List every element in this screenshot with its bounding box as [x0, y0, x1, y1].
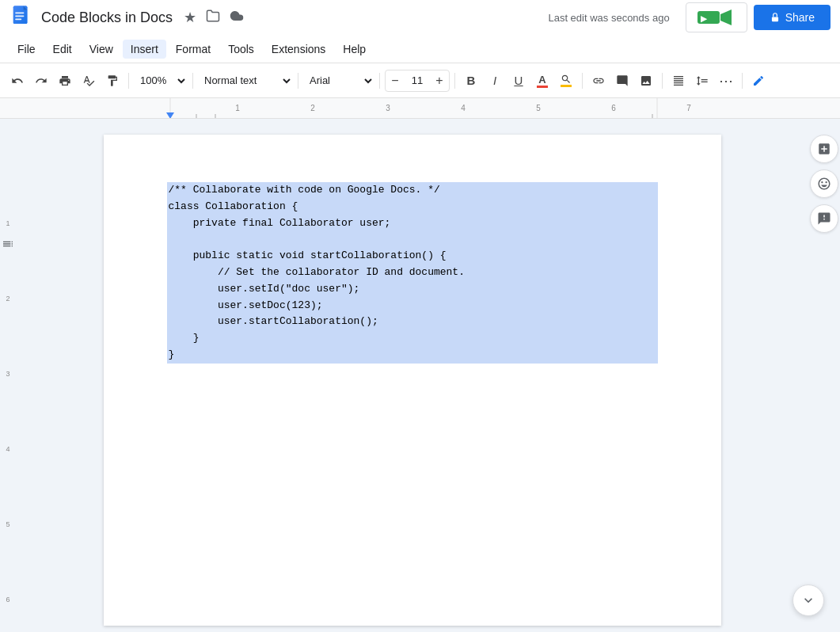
divider-1: [128, 73, 129, 89]
comment-button[interactable]: [611, 70, 633, 92]
spellcheck-button[interactable]: [78, 70, 100, 92]
align-button[interactable]: [667, 70, 690, 92]
menu-view[interactable]: View: [82, 40, 121, 59]
divider-2: [192, 73, 193, 89]
svg-text:1: 1: [6, 219, 10, 227]
menu-help[interactable]: Help: [335, 40, 374, 59]
feedback-action-button[interactable]: [810, 204, 838, 233]
menu-tools[interactable]: Tools: [220, 40, 262, 59]
title-bar: Code Blocks in Docs ★ Last edit was seco…: [0, 0, 840, 35]
code-block: /** Collaborate with code on Google Docs…: [167, 182, 658, 364]
divider-5: [454, 73, 455, 89]
bold-button[interactable]: B: [460, 70, 482, 92]
document-title[interactable]: Code Blocks in Docs: [41, 10, 173, 26]
zoom-select[interactable]: 100% 75% 125% 150%: [134, 70, 188, 92]
svg-text:2: 2: [6, 295, 10, 303]
emoji-action-button[interactable]: [810, 169, 838, 198]
scroll-to-bottom-button[interactable]: [792, 584, 824, 616]
menu-insert[interactable]: Insert: [123, 40, 166, 59]
svg-text:3: 3: [6, 370, 10, 378]
text-color-button[interactable]: A: [531, 70, 553, 92]
svg-rect-10: [772, 17, 778, 21]
font-size-increase[interactable]: +: [430, 70, 449, 91]
font-select[interactable]: Arial Times New Roman Courier New: [303, 70, 374, 92]
underline-button[interactable]: U: [507, 70, 530, 92]
italic-button[interactable]: I: [484, 70, 506, 92]
menu-edit[interactable]: Edit: [45, 40, 80, 59]
vertical-ruler: 1 2 3 4 5 6: [0, 119, 16, 632]
svg-text:1: 1: [235, 104, 240, 112]
folder-icon[interactable]: [206, 9, 220, 27]
outline-icon[interactable]: [2, 238, 14, 250]
svg-text:3: 3: [386, 104, 390, 112]
link-button[interactable]: [587, 70, 610, 92]
menu-file[interactable]: File: [10, 40, 44, 59]
main-area: 1 2 3 4 5 6 /** Collaborate with code on…: [0, 119, 840, 632]
star-icon[interactable]: ★: [184, 9, 196, 26]
paragraph-style-select[interactable]: Normal text Heading 1 Heading 2 Title: [198, 70, 293, 92]
more-options-button[interactable]: ⋯: [715, 70, 737, 92]
font-size-decrease[interactable]: −: [386, 70, 405, 91]
highlight-button[interactable]: [555, 70, 577, 92]
svg-text:4: 4: [461, 104, 466, 112]
share-label: Share: [785, 11, 815, 24]
svg-text:▶: ▶: [701, 14, 708, 23]
menu-bar: File Edit View Insert Format Tools Exten…: [0, 35, 840, 63]
svg-text:2: 2: [310, 104, 315, 112]
menu-extensions[interactable]: Extensions: [264, 40, 333, 59]
divider-3: [298, 73, 298, 89]
document-scroll-area[interactable]: /** Collaborate with code on Google Docs…: [16, 119, 808, 632]
right-sidebar: [808, 119, 840, 632]
svg-rect-4: [15, 19, 21, 21]
svg-marker-7: [720, 10, 732, 25]
ruler: 1 2 3 4 5 6 7: [0, 98, 840, 119]
divider-6: [582, 73, 583, 89]
font-size-area: − +: [385, 70, 450, 92]
divider-8: [742, 73, 743, 89]
share-button[interactable]: Share: [754, 5, 830, 30]
cloud-icon[interactable]: [230, 9, 244, 27]
line-spacing-button[interactable]: [691, 70, 713, 92]
svg-rect-2: [15, 13, 24, 14]
svg-text:4: 4: [6, 445, 10, 453]
divider-4: [379, 73, 380, 89]
divider-7: [662, 73, 663, 89]
document-page: /** Collaborate with code on Google Docs…: [104, 135, 721, 626]
paint-format-button[interactable]: [101, 70, 124, 92]
add-action-button[interactable]: [810, 135, 838, 163]
print-button[interactable]: [54, 70, 76, 92]
editing-mode-button[interactable]: [747, 70, 770, 92]
svg-text:5: 5: [6, 520, 10, 528]
svg-text:7: 7: [686, 104, 691, 112]
google-docs-icon: [10, 5, 35, 30]
meet-icon: ▶: [693, 6, 740, 29]
image-button[interactable]: [635, 70, 657, 92]
toolbar: 100% 75% 125% 150% Normal text Heading 1…: [0, 63, 840, 98]
lock-icon: [770, 12, 781, 23]
svg-text:5: 5: [536, 104, 541, 112]
redo-button[interactable]: [30, 70, 52, 92]
font-size-input[interactable]: [405, 74, 430, 86]
svg-text:6: 6: [6, 596, 10, 603]
svg-rect-11: [0, 98, 840, 119]
meet-button[interactable]: ▶: [686, 2, 747, 32]
svg-text:6: 6: [611, 104, 616, 112]
svg-rect-3: [15, 16, 24, 17]
last-edit-status: Last edit was seconds ago: [548, 12, 669, 24]
undo-button[interactable]: [6, 70, 29, 92]
menu-format[interactable]: Format: [168, 40, 219, 59]
